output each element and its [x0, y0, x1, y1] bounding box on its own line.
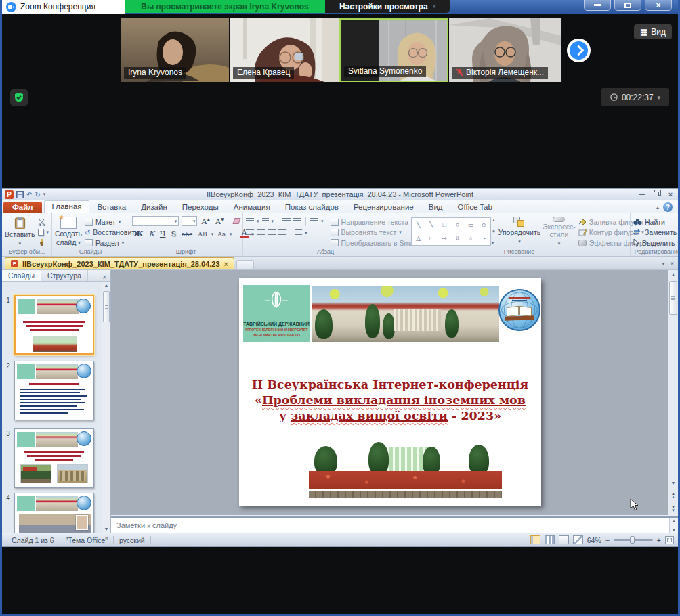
- font-name-select[interactable]: ▾: [132, 216, 179, 226]
- maximize-button[interactable]: [614, 0, 641, 11]
- clear-formatting-button[interactable]: [233, 218, 241, 224]
- new-slide-button[interactable]: ✶ Создать слайд▾: [55, 215, 82, 247]
- bold-button[interactable]: Ж: [132, 229, 144, 238]
- cut-button[interactable]: [38, 218, 49, 226]
- notes-area[interactable]: Заметки к слайду ▲ ▼: [111, 516, 678, 533]
- shape-diamond-icon[interactable]: ◇: [482, 221, 486, 228]
- line-spacing-button[interactable]: [310, 218, 318, 225]
- scroll-up-icon[interactable]: ▲: [668, 270, 678, 277]
- shapes-gallery[interactable]: ╲ ╲ □ ○ ▭ ◇ △ ∟ ⇨ ⇩ ☆ ~: [411, 217, 491, 246]
- bullets-button[interactable]: [246, 218, 254, 225]
- notes-scrollbar[interactable]: ▲ ▼: [669, 518, 678, 533]
- pane-tab-outline[interactable]: Структура: [41, 270, 88, 281]
- scroll-down-icon[interactable]: ▼: [668, 481, 678, 485]
- previous-slide-button[interactable]: ▲▲: [668, 492, 678, 499]
- participant-video-2[interactable]: Елена Кравец: [230, 18, 339, 82]
- justify-button[interactable]: [278, 229, 286, 236]
- shape-star-icon[interactable]: ☆: [468, 235, 473, 242]
- shape-ellipse-icon[interactable]: ○: [456, 221, 459, 228]
- shape-curve-icon[interactable]: ~: [482, 235, 486, 242]
- shrink-font-button[interactable]: A▼: [214, 217, 226, 226]
- ppt-restore-button[interactable]: [652, 190, 660, 198]
- slideshow-view-button[interactable]: [573, 535, 583, 544]
- participant-video-1[interactable]: Iryna Kryvonos: [121, 18, 229, 82]
- shape-arrow-down-icon[interactable]: ⇩: [455, 235, 461, 242]
- tab-design[interactable]: Дизайн: [133, 202, 175, 213]
- fit-to-window-button[interactable]: [665, 536, 674, 544]
- copy-button[interactable]: ▾: [38, 228, 49, 236]
- tab-transitions[interactable]: Переходы: [175, 202, 226, 213]
- find-button[interactable]: Найти: [633, 218, 680, 226]
- align-center-button[interactable]: [257, 229, 265, 236]
- shape-rounded-rect-icon[interactable]: ▭: [468, 221, 474, 228]
- shape-triangle-icon[interactable]: △: [416, 235, 421, 242]
- tab-animations[interactable]: Анимация: [226, 202, 278, 213]
- slide-thumbnail-3[interactable]: [14, 428, 94, 488]
- grow-font-button[interactable]: A▲: [200, 217, 211, 226]
- minimize-button[interactable]: [584, 0, 611, 11]
- select-button[interactable]: Выделить▾: [633, 239, 680, 247]
- shapes-gallery-scroll[interactable]: ▲ ▼ ▾: [491, 217, 496, 246]
- font-size-select[interactable]: ▾: [182, 216, 197, 226]
- collapse-ribbon-button[interactable]: ▴: [656, 204, 659, 211]
- pane-scrollbar-thumb[interactable]: [103, 291, 110, 322]
- tab-insert[interactable]: Вставка: [89, 202, 133, 213]
- participant-video-4[interactable]: Вікторія Лемещенк...: [449, 18, 561, 82]
- zoom-slider-thumb[interactable]: [630, 536, 635, 544]
- tab-list-dropdown[interactable]: ▾: [662, 261, 665, 267]
- close-button[interactable]: ×: [645, 0, 672, 11]
- change-case-button[interactable]: Aa: [216, 231, 227, 238]
- next-slide-button[interactable]: ▼▼: [668, 506, 678, 512]
- pane-scrollbar[interactable]: ▲ ▼: [102, 282, 110, 533]
- shape-arrow-right-icon[interactable]: ⇨: [442, 235, 448, 242]
- shape-rectangle-icon[interactable]: □: [443, 221, 446, 228]
- decrease-indent-button[interactable]: [282, 218, 291, 225]
- scroll-up-icon[interactable]: ▲: [102, 282, 110, 288]
- pane-tab-slides[interactable]: Слайды: [2, 270, 41, 281]
- tab-review[interactable]: Рецензирование: [346, 202, 421, 213]
- slide-sorter-view-button[interactable]: [545, 535, 555, 544]
- scroll-down-icon[interactable]: ▼: [102, 527, 110, 531]
- meeting-timer[interactable]: 00:22:37 ▾: [601, 88, 669, 106]
- close-tab-icon[interactable]: ×: [224, 260, 228, 268]
- security-shield-button[interactable]: [10, 89, 28, 106]
- repeat-button[interactable]: ↻: [35, 191, 40, 198]
- shape-line-icon[interactable]: ╲: [417, 221, 420, 228]
- quick-styles-button[interactable]: Экспресс-стили ▾: [543, 215, 576, 247]
- normal-view-button[interactable]: [530, 535, 540, 544]
- italic-button[interactable]: К: [147, 229, 156, 238]
- align-right-button[interactable]: [268, 229, 276, 236]
- format-painter-button[interactable]: [38, 239, 49, 247]
- arrange-button[interactable]: Упорядочить ▾: [499, 215, 540, 247]
- columns-button[interactable]: [295, 229, 302, 236]
- text-shadow-button[interactable]: S: [169, 229, 177, 238]
- slide-thumbnail-4[interactable]: [14, 493, 94, 533]
- slide-thumbnail-2[interactable]: [14, 361, 94, 420]
- tab-office-tab[interactable]: Office Tab: [450, 202, 500, 213]
- paste-button[interactable]: Вставить ▾: [5, 215, 35, 247]
- next-participants-button[interactable]: [570, 41, 588, 60]
- zoom-in-button[interactable]: +: [657, 536, 661, 544]
- character-spacing-button[interactable]: АВ: [196, 231, 208, 238]
- close-pane-button[interactable]: ×: [98, 273, 110, 281]
- slide-title[interactable]: ІІ Всеукраїнська Інтернет-конференція «П…: [245, 377, 536, 424]
- tab-slideshow[interactable]: Показ слайдов: [278, 202, 346, 213]
- help-button[interactable]: ?: [663, 202, 673, 212]
- document-tab-active[interactable]: P ІІВсеукрКонф_2023_КІМ_ТДАТУ_презентаці…: [5, 257, 234, 269]
- zoom-level[interactable]: 64%: [587, 536, 601, 544]
- vertical-scrollbar[interactable]: ▲ ▼ ▲▲ ▼▼: [668, 270, 678, 515]
- underline-button[interactable]: Ч: [158, 229, 167, 238]
- tab-home[interactable]: Главная: [44, 200, 90, 213]
- numbering-button[interactable]: [262, 218, 269, 225]
- reading-view-button[interactable]: [559, 535, 569, 544]
- view-button[interactable]: ▦ Вид: [634, 24, 672, 39]
- strikethrough-button[interactable]: abc: [180, 231, 194, 238]
- close-tab-bar-button[interactable]: ×: [670, 260, 674, 267]
- slide-editor[interactable]: ТАВРІЙСЬКИЙ ДЕРЖАВНИЙ АГРОТЕХНОЛОГІЧНИЙ …: [239, 278, 541, 506]
- increase-indent-button[interactable]: [293, 218, 301, 225]
- language-indicator[interactable]: русский: [114, 536, 151, 544]
- qat-customize-button[interactable]: ▾: [43, 192, 46, 197]
- zoom-out-button[interactable]: −: [605, 536, 610, 544]
- undo-button[interactable]: ↶: [26, 191, 32, 198]
- align-left-button[interactable]: [246, 229, 254, 236]
